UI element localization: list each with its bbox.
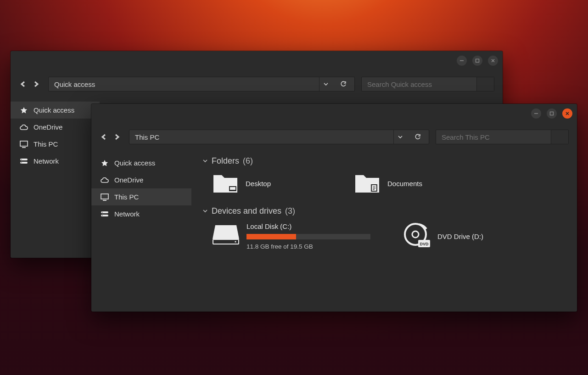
sidebar: Quick access OneDrive This PC Network bbox=[91, 151, 191, 312]
search-bar[interactable] bbox=[436, 130, 569, 144]
svg-marker-4 bbox=[21, 107, 27, 114]
folder-documents[interactable]: Documents bbox=[353, 172, 422, 194]
folder-icon bbox=[353, 172, 381, 194]
search-button[interactable] bbox=[551, 130, 568, 144]
close-button[interactable] bbox=[562, 108, 572, 119]
folder-label: Desktop bbox=[246, 180, 271, 188]
sidebar-item-label: OneDrive bbox=[114, 176, 143, 184]
svg-rect-12 bbox=[550, 112, 554, 115]
svg-rect-31 bbox=[213, 240, 238, 244]
chevron-down-icon bbox=[202, 156, 208, 166]
maximize-button[interactable] bbox=[547, 108, 557, 119]
group-drives-header[interactable]: Devices and drives (3) bbox=[202, 203, 566, 222]
search-button[interactable] bbox=[476, 77, 494, 91]
sidebar-item-label: Network bbox=[114, 210, 140, 218]
address-text: Quick access bbox=[49, 80, 319, 88]
dvd-icon: DVD bbox=[403, 222, 431, 250]
monitor-icon bbox=[101, 193, 109, 201]
svg-marker-15 bbox=[101, 160, 108, 166]
svg-rect-24 bbox=[232, 191, 234, 192]
back-button[interactable] bbox=[101, 134, 108, 140]
group-folders-count: (6) bbox=[243, 156, 253, 166]
window-controls bbox=[531, 108, 572, 119]
nav-arrows bbox=[101, 134, 121, 140]
svg-point-34 bbox=[412, 231, 419, 238]
svg-rect-27 bbox=[373, 187, 375, 187]
toolbar: This PC bbox=[91, 130, 577, 151]
window-this-pc: This PC Quick access bbox=[91, 104, 577, 312]
sidebar-item-onedrive[interactable]: OneDrive bbox=[11, 119, 100, 136]
svg-text:DVD: DVD bbox=[420, 242, 429, 246]
cloud-icon bbox=[101, 177, 109, 183]
drive-title: DVD Drive (D:) bbox=[437, 233, 483, 240]
svg-rect-23 bbox=[230, 187, 235, 190]
minimize-button[interactable] bbox=[531, 108, 541, 119]
sidebar-item-network[interactable]: Network bbox=[91, 205, 191, 222]
drive-subtitle: 11.8 GB free of 19.5 GB bbox=[246, 243, 370, 250]
search-input[interactable] bbox=[436, 133, 551, 141]
content-area: Folders (6) Desktop bbox=[191, 151, 577, 312]
folder-icon bbox=[212, 172, 239, 194]
sidebar-item-onedrive[interactable]: OneDrive bbox=[91, 171, 191, 188]
sidebar: Quick access OneDrive This PC Network bbox=[11, 98, 100, 258]
sidebar-item-label: This PC bbox=[34, 140, 58, 148]
svg-point-20 bbox=[102, 212, 103, 213]
svg-rect-1 bbox=[476, 59, 479, 62]
nav-arrows bbox=[20, 81, 40, 87]
refresh-button[interactable] bbox=[411, 130, 424, 144]
sidebar-item-label: Network bbox=[34, 157, 59, 165]
address-text: This PC bbox=[129, 133, 393, 141]
network-icon bbox=[101, 211, 109, 217]
sidebar-item-label: Quick access bbox=[114, 159, 155, 167]
sidebar-item-this-pc[interactable]: This PC bbox=[11, 136, 100, 153]
sidebar-item-network[interactable]: Network bbox=[11, 153, 100, 170]
group-drives-count: (3) bbox=[285, 206, 295, 216]
maximize-button[interactable] bbox=[472, 56, 482, 66]
drive-title: Local Disk (C:) bbox=[246, 222, 370, 230]
svg-point-9 bbox=[21, 159, 22, 160]
folder-desktop[interactable]: Desktop bbox=[212, 172, 271, 194]
sidebar-item-label: This PC bbox=[114, 193, 139, 201]
sidebar-item-label: Quick access bbox=[34, 106, 74, 114]
drive-local-c[interactable]: Local Disk (C:) 11.8 GB free of 19.5 GB bbox=[212, 222, 370, 250]
search-input[interactable] bbox=[362, 80, 476, 88]
svg-rect-5 bbox=[20, 141, 28, 146]
svg-rect-29 bbox=[373, 189, 375, 190]
refresh-button[interactable] bbox=[337, 77, 350, 91]
search-bar[interactable] bbox=[361, 77, 494, 91]
svg-point-32 bbox=[235, 241, 236, 242]
drive-capacity-bar bbox=[246, 234, 370, 239]
svg-point-10 bbox=[21, 162, 22, 163]
window-controls bbox=[457, 56, 498, 66]
group-folders-header[interactable]: Folders (6) bbox=[202, 153, 566, 172]
svg-point-21 bbox=[102, 215, 103, 216]
sidebar-item-label: OneDrive bbox=[34, 123, 62, 131]
address-bar[interactable]: Quick access bbox=[48, 77, 355, 91]
address-bar[interactable]: This PC bbox=[129, 130, 429, 144]
close-button[interactable] bbox=[488, 56, 498, 66]
group-folders-title: Folders bbox=[212, 156, 239, 166]
hdd-icon bbox=[212, 222, 240, 248]
back-button[interactable] bbox=[20, 81, 27, 87]
toolbar: Quick access bbox=[11, 77, 503, 98]
minimize-button[interactable] bbox=[457, 56, 467, 66]
folder-label: Documents bbox=[387, 180, 422, 188]
group-drives-title: Devices and drives bbox=[212, 206, 281, 216]
monitor-icon bbox=[20, 141, 28, 148]
network-icon bbox=[20, 158, 28, 165]
sidebar-item-this-pc[interactable]: This PC bbox=[91, 188, 191, 205]
history-dropdown[interactable] bbox=[394, 130, 407, 144]
forward-button[interactable] bbox=[113, 134, 121, 140]
history-dropdown[interactable] bbox=[319, 77, 332, 91]
star-icon bbox=[101, 159, 109, 167]
star-icon bbox=[20, 107, 28, 114]
chevron-down-icon bbox=[202, 206, 208, 216]
cloud-icon bbox=[20, 124, 28, 131]
svg-rect-16 bbox=[101, 194, 108, 199]
sidebar-item-quick-access[interactable]: Quick access bbox=[91, 154, 191, 171]
drive-dvd-d[interactable]: DVD DVD Drive (D:) bbox=[403, 222, 483, 250]
sidebar-item-quick-access[interactable]: Quick access bbox=[11, 102, 100, 119]
forward-button[interactable] bbox=[33, 81, 40, 87]
svg-rect-28 bbox=[373, 188, 375, 188]
